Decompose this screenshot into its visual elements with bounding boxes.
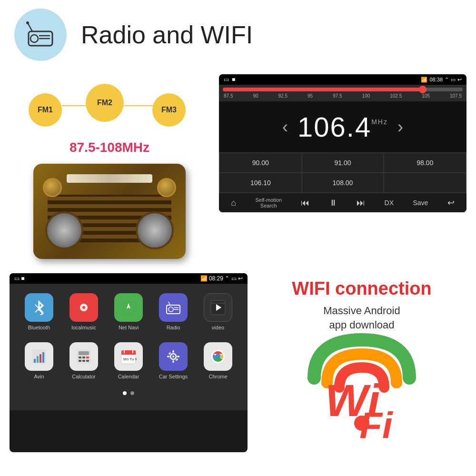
app-avin[interactable]: Avin — [20, 342, 58, 379]
svg-rect-22 — [40, 354, 41, 363]
freq-prev-button[interactable]: ‹ — [282, 117, 288, 137]
radio-knob-left — [43, 178, 62, 197]
bottom-controls: ⌂ Self-motionSearch ⏮ ⏸ ⏭ DX Save ↩ — [219, 193, 466, 212]
vintage-radio-image — [33, 164, 186, 259]
dot-2 — [130, 391, 134, 395]
svg-line-4 — [28, 23, 32, 31]
freq-knob[interactable] — [419, 86, 426, 93]
dot-1 — [123, 391, 127, 395]
dx-button[interactable]: DX — [385, 199, 394, 207]
app-radio[interactable]: Radio — [154, 293, 192, 330]
radio-app-icon — [159, 293, 188, 322]
freq-track[interactable] — [223, 88, 463, 91]
calendar-icon: Mo Tu We — [114, 342, 143, 371]
radio-dial — [67, 174, 152, 183]
save-button[interactable]: Save — [413, 199, 428, 207]
music-icon — [69, 293, 98, 322]
fm1-bubble: FM1 — [29, 93, 62, 127]
chrome-icon — [204, 342, 232, 371]
svg-rect-34 — [121, 353, 136, 355]
self-motion-button[interactable]: Self-motionSearch — [255, 197, 282, 208]
banner-title: Radio and WIFI — [81, 20, 253, 49]
launcher-status-right: 📶 08:29 ⌃ ▭ ↩ — [200, 275, 243, 282]
svg-rect-23 — [42, 352, 44, 363]
svg-rect-43 — [167, 356, 169, 357]
video-icon — [204, 293, 232, 322]
settings-icon — [159, 342, 188, 371]
launcher-icons-area: Bluetooth localmusic Net Navi — [10, 284, 248, 410]
current-frequency: 106.4MHz — [298, 111, 388, 143]
app-car-settings[interactable]: Car Settings — [154, 342, 192, 379]
launcher-status-bar: ▭ ■ 📶 08:29 ⌃ ▭ ↩ — [10, 273, 248, 284]
app-calculator[interactable]: Calculator — [65, 342, 103, 379]
svg-point-12 — [169, 307, 173, 312]
svg-rect-21 — [37, 356, 39, 363]
svg-point-40 — [172, 356, 174, 357]
app-calendar[interactable]: Mo Tu We Calendar — [109, 342, 148, 379]
video-label: video — [212, 325, 224, 330]
car-settings-label: Car Settings — [159, 374, 188, 379]
app-icons-row2: Avin Calculator Mo Tu We Calendar — [17, 342, 240, 379]
calc-icon — [69, 342, 98, 371]
signal-icon: 📶 — [421, 77, 427, 83]
launcher-expand-icon: ⌃ — [225, 275, 229, 282]
wifi-subtitle: Massive Androidapp download — [323, 304, 400, 333]
app-chrome[interactable]: Chrome — [199, 342, 237, 379]
svg-rect-30 — [82, 360, 85, 362]
svg-point-5 — [26, 21, 29, 24]
launcher-status-left: ▭ ■ — [14, 275, 25, 282]
svg-rect-20 — [34, 359, 36, 363]
page-dots — [17, 391, 240, 401]
localmusic-label: localmusic — [71, 325, 96, 330]
svg-line-15 — [169, 302, 170, 305]
back-control-button[interactable]: ↩ — [447, 198, 455, 208]
app-bluetooth[interactable]: Bluetooth — [20, 293, 58, 330]
fm2-bubble: FM2 — [86, 84, 124, 122]
radio-banner-icon — [14, 9, 67, 61]
calculator-label: Calculator — [72, 374, 96, 379]
radio-label: Radio — [167, 325, 180, 330]
square-icon: ■ — [232, 76, 235, 83]
minimize-icon: ▭ — [224, 76, 229, 83]
preset-btn-4[interactable]: 106.10 — [220, 173, 301, 192]
home-button[interactable]: ⌂ — [231, 198, 236, 208]
bottom-half: ▭ ■ 📶 08:29 ⌃ ▭ ↩ Bluetooth — [0, 266, 476, 459]
svg-rect-29 — [79, 360, 81, 362]
svg-text:Mo Tu We: Mo Tu We — [123, 357, 137, 361]
preset-btn-3[interactable]: 98.00 — [384, 153, 466, 172]
freq-next-button[interactable]: › — [397, 117, 403, 137]
svg-point-1 — [30, 35, 38, 42]
top-banner: Radio and WIFI — [0, 0, 476, 69]
avin-icon — [25, 342, 53, 371]
preset-empty — [384, 173, 466, 192]
left-section: FM1 FM2 FM3 87.5-108MHz — [10, 74, 209, 259]
app-localmusic[interactable]: localmusic — [65, 293, 103, 330]
netnavi-label: Net Navi — [119, 325, 139, 330]
wifi-fi-text: Fi — [359, 404, 392, 447]
status-time: 08:38 — [429, 77, 443, 82]
fm3-bubble: FM3 — [152, 93, 186, 127]
next-track-button[interactable]: ⏭ — [357, 198, 365, 208]
svg-rect-28 — [86, 357, 89, 358]
app-netnavi[interactable]: Net Navi — [109, 293, 148, 330]
wifi-section: WIFI connection Massive Androidapp downl… — [257, 273, 466, 452]
preset-grid: 90.00 91.00 98.00 106.10 108.00 — [219, 152, 466, 193]
play-pause-button[interactable]: ⏸ — [329, 198, 337, 208]
preset-btn-5[interactable]: 108.00 — [302, 173, 384, 192]
app-video[interactable]: video — [199, 293, 237, 330]
navi-icon — [114, 293, 143, 322]
svg-rect-31 — [86, 360, 89, 362]
bluetooth-icon — [25, 293, 53, 322]
svg-rect-42 — [173, 360, 174, 363]
bluetooth-label: Bluetooth — [28, 325, 50, 330]
preset-btn-2[interactable]: 91.00 — [302, 153, 384, 172]
launcher-screen: ▭ ■ 📶 08:29 ⌃ ▭ ↩ Bluetooth — [10, 273, 248, 452]
fm-range-text: 87.5-108MHz — [69, 140, 149, 155]
launcher-minimize-icon: ▭ ■ — [14, 275, 25, 282]
prev-track-button[interactable]: ⏮ — [301, 198, 309, 208]
radio-knob-right — [157, 178, 176, 197]
svg-rect-26 — [79, 357, 81, 358]
radio-speaker-left — [45, 211, 83, 249]
launcher-back-icon: ↩ — [238, 275, 243, 282]
preset-btn-1[interactable]: 90.00 — [220, 153, 301, 172]
